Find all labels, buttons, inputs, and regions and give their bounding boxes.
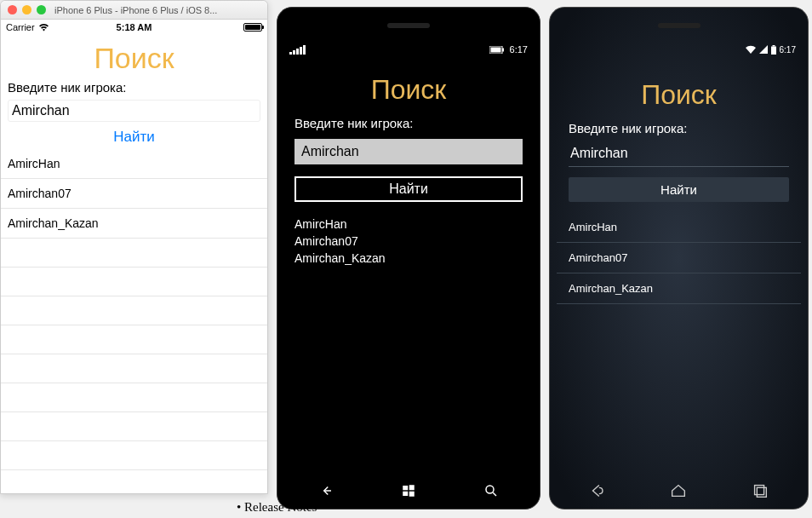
- svg-point-8: [486, 486, 494, 493]
- svg-rect-13: [757, 487, 766, 497]
- wp-screen: 6:17 Поиск Введите ник игрока: Найти Ami…: [284, 40, 533, 473]
- list-item[interactable]: AmircHan: [557, 212, 801, 243]
- list-item: [1, 412, 267, 441]
- prompt-label: Введите ник игрока:: [1, 77, 267, 100]
- svg-rect-7: [409, 492, 415, 497]
- list-item[interactable]: AmircHan: [294, 216, 523, 233]
- battery-icon: [771, 45, 776, 55]
- nickname-input[interactable]: [569, 142, 789, 167]
- list-item[interactable]: Amirchan_Kazan: [557, 273, 801, 304]
- svg-rect-10: [771, 46, 776, 55]
- svg-rect-11: [772, 45, 775, 47]
- android-device: 6:17 Поиск Введите ник игрока: Найти Ami…: [549, 7, 809, 509]
- windows-phone-device: 6:17 Поиск Введите ник игрока: Найти Ami…: [277, 7, 540, 509]
- clock: 6:17: [510, 44, 528, 55]
- nickname-input[interactable]: [8, 100, 260, 122]
- maximize-window-button[interactable]: [37, 5, 46, 14]
- svg-rect-12: [755, 486, 764, 495]
- ios-statusbar: Carrier 5:18 AM: [1, 20, 267, 35]
- list-item[interactable]: Amirchan07: [557, 243, 801, 273]
- ios-simulator-window: iPhone 6 Plus - iPhone 6 Plus / iOS 8...…: [0, 0, 268, 494]
- results-list: AmircHan Amirchan07 Amirchan_Kazan: [557, 209, 801, 308]
- list-item: [1, 325, 267, 354]
- close-window-button[interactable]: [8, 5, 17, 14]
- ios-screen: Carrier 5:18 AM Поиск Введите ник игрока…: [1, 20, 267, 493]
- search-button[interactable]: Найти: [294, 176, 523, 202]
- back-icon[interactable]: [588, 481, 607, 500]
- list-item[interactable]: Amirchan_Kazan: [294, 250, 523, 267]
- release-notes-link[interactable]: Release Notes: [237, 500, 317, 515]
- back-icon[interactable]: [318, 483, 334, 498]
- window-title: iPhone 6 Plus - iPhone 6 Plus / iOS 8...: [54, 5, 217, 15]
- clock: 5:18 AM: [117, 22, 152, 32]
- list-item: [1, 441, 267, 470]
- results-list: AmircHan Amirchan07 Amirchan_Kazan: [284, 210, 533, 272]
- clock: 6:17: [780, 45, 796, 55]
- list-item: [1, 354, 267, 383]
- carrier-label: Carrier: [6, 22, 35, 32]
- list-item[interactable]: AmircHan: [1, 149, 267, 179]
- prompt-label: Введите ник игрока:: [557, 118, 801, 139]
- svg-rect-2: [502, 48, 504, 51]
- list-item: [1, 239, 267, 268]
- home-icon[interactable]: [669, 481, 688, 500]
- list-item: [1, 296, 267, 325]
- results-list: AmircHan Amirchan07 Amirchan_Kazan: [1, 149, 267, 470]
- minimize-window-button[interactable]: [22, 5, 31, 14]
- page-title: Поиск: [557, 57, 801, 118]
- android-statusbar: 6:17: [557, 42, 801, 57]
- list-item[interactable]: Amirchan07: [1, 179, 267, 209]
- speaker: [658, 23, 700, 28]
- search-icon[interactable]: [483, 483, 499, 498]
- signal-icon: [289, 45, 306, 55]
- list-item: [1, 383, 267, 412]
- wifi-icon: [746, 45, 756, 54]
- recent-icon[interactable]: [751, 481, 769, 500]
- battery-icon: [489, 46, 505, 54]
- svg-rect-1: [490, 47, 500, 52]
- page-title: Поиск: [1, 35, 267, 77]
- prompt-label: Введите ник игрока:: [284, 111, 533, 135]
- windows-icon[interactable]: [401, 483, 416, 498]
- svg-rect-6: [403, 492, 408, 496]
- wp-statusbar: 6:17: [284, 40, 533, 59]
- svg-rect-4: [403, 486, 408, 490]
- svg-line-9: [494, 492, 497, 496]
- page-title: Поиск: [284, 59, 533, 111]
- list-item[interactable]: Amirchan_Kazan: [1, 209, 267, 239]
- wp-navbar: [284, 478, 533, 504]
- speaker: [387, 23, 430, 28]
- android-screen: 6:17 Поиск Введите ник игрока: Найти Ami…: [557, 42, 801, 473]
- nickname-input[interactable]: [294, 139, 523, 164]
- android-navbar: [557, 478, 801, 504]
- svg-rect-5: [409, 485, 415, 490]
- search-button[interactable]: Найти: [1, 122, 267, 149]
- list-item[interactable]: Amirchan07: [294, 233, 523, 250]
- traffic-lights: [8, 5, 46, 14]
- list-item: [1, 268, 267, 296]
- mac-titlebar[interactable]: iPhone 6 Plus - iPhone 6 Plus / iOS 8...: [1, 1, 267, 20]
- search-button[interactable]: Найти: [569, 177, 789, 202]
- wifi-icon: [38, 23, 49, 32]
- battery-icon: [243, 23, 262, 32]
- signal-icon: [759, 45, 768, 54]
